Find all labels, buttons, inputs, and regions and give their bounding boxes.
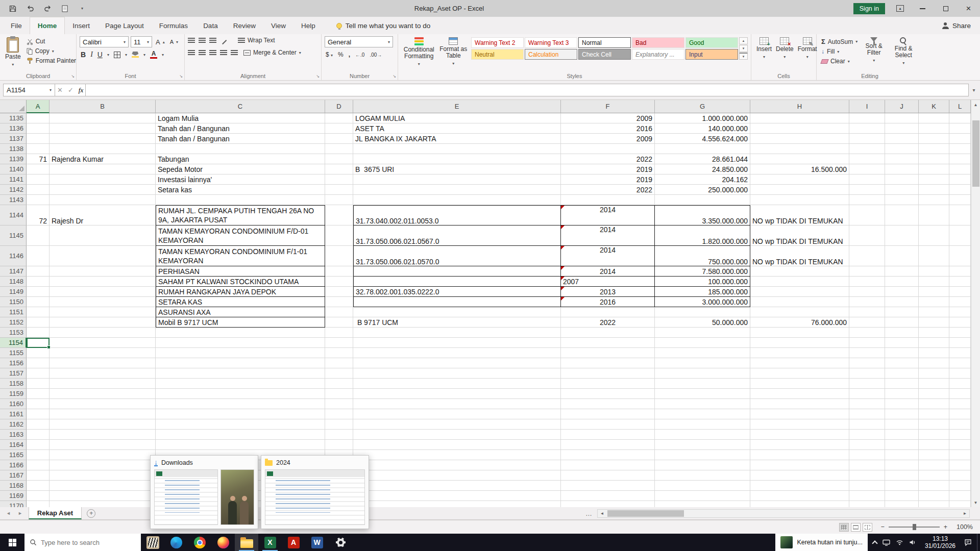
cell-J1136[interactable] [885,123,919,134]
cell-G1167[interactable] [655,470,750,481]
cell-D1143[interactable] [325,195,353,205]
cell-D1137[interactable] [325,134,353,144]
cell-L1164[interactable] [949,440,971,450]
cell-I1144[interactable] [849,205,885,226]
cell-K1137[interactable] [919,134,949,144]
row-header-1160[interactable]: 1160 [0,399,27,409]
cell-K1165[interactable] [919,450,949,460]
cell-J1153[interactable] [885,328,919,338]
cell-G1150[interactable]: 3.000.000.000 [655,297,750,307]
cell-C1164[interactable] [156,440,325,450]
row-header-1144[interactable]: 1144 [0,205,27,226]
bold-button[interactable]: B [81,51,86,59]
cell-I1148[interactable] [849,277,885,287]
name-box[interactable]: A1154▾ [3,84,55,96]
cell-E1165[interactable] [353,450,561,460]
cell-H1141[interactable] [750,174,849,185]
sort-filter-button[interactable]: Sort & Filter▾ [859,36,889,71]
format-painter-button[interactable]: Format Painter [25,57,78,65]
zoom-level[interactable]: 100% [951,523,973,531]
cell-G1136[interactable]: 140.000.000 [655,123,750,134]
row-header-1143[interactable]: 1143 [0,195,27,205]
column-header-F[interactable]: F [561,100,655,113]
cell-K1159[interactable] [919,389,949,399]
cell-D1163[interactable] [325,430,353,440]
network-icon[interactable] [896,539,903,545]
decrease-decimal-button[interactable]: .00→ [370,52,382,58]
cell-L1136[interactable] [949,123,971,134]
maximize-button[interactable] [934,0,957,17]
cell-E1150[interactable] [353,297,561,307]
cell-J1138[interactable] [885,144,919,154]
row-header-1168[interactable]: 1168 [0,481,27,491]
cell-F1160[interactable] [561,399,655,409]
cell-A1162[interactable] [27,419,50,430]
column-header-I[interactable]: I [849,100,885,113]
cell-I1143[interactable] [849,195,885,205]
row-header-1159[interactable]: 1159 [0,389,27,399]
column-header-K[interactable]: K [919,100,949,113]
cell-B1152[interactable] [50,317,156,328]
comma-style-button[interactable]: , [349,51,350,58]
cell-F1150[interactable]: 2016 [561,297,655,307]
cell-H1166[interactable] [750,460,849,470]
cell-G1156[interactable] [655,358,750,368]
cell-G1155[interactable] [655,348,750,358]
cell-G1157[interactable] [655,368,750,379]
ribbon-tab-home[interactable]: Home [30,17,65,34]
cell-I1155[interactable] [849,348,885,358]
speaker-icon[interactable] [909,539,916,545]
row-header-1153[interactable]: 1153 [0,328,27,338]
cell-B1150[interactable] [50,297,156,307]
insert-function-icon[interactable]: fx [79,86,83,94]
preview-card-downloads[interactable]: ↓ Downloads [150,455,258,529]
cell-I1157[interactable] [849,368,885,379]
cell-C1138[interactable] [156,144,325,154]
cell-L1137[interactable] [949,134,971,144]
cell-H1145[interactable]: NO wp TIDAK DI TEMUKAN [750,226,849,246]
cell-L1151[interactable] [949,307,971,317]
monitor-icon[interactable] [883,539,890,546]
cell-I1151[interactable] [849,307,885,317]
cell-E1166[interactable] [353,460,561,470]
cell-L1158[interactable] [949,379,971,389]
cut-button[interactable]: Cut [25,37,78,45]
cell-F1159[interactable] [561,389,655,399]
font-color-arrow[interactable]: ▾ [162,53,164,57]
cell-L1148[interactable] [949,277,971,287]
tray-expand-icon[interactable] [872,540,877,546]
cell-D1153[interactable] [325,328,353,338]
cell-E1169[interactable] [353,491,561,501]
cell-E1143[interactable] [353,195,561,205]
row-header-1142[interactable]: 1142 [0,185,27,195]
cell-I1147[interactable] [849,266,885,277]
cell-I1163[interactable] [849,430,885,440]
cell-B1139[interactable]: Rajendra Kumar [50,154,156,164]
row-header-1163[interactable]: 1163 [0,430,27,440]
cell-F1156[interactable] [561,358,655,368]
font-size-select[interactable]: 11▾ [131,36,152,47]
increase-font-button[interactable]: A▴ [154,38,166,46]
conditional-formatting-button[interactable]: Conditional Formatting▾ [401,36,436,71]
cell-G1147[interactable]: 7.580.000.000 [655,266,750,277]
cell-I1169[interactable] [849,491,885,501]
start-button[interactable] [0,534,24,551]
cell-B1151[interactable] [50,307,156,317]
cell-L1166[interactable] [949,460,971,470]
cell-E1163[interactable] [353,430,561,440]
page-break-view-button[interactable] [863,523,872,532]
cell-G1140[interactable]: 24.850.000 [655,164,750,174]
cell-B1161[interactable] [50,409,156,419]
cell-I1145[interactable] [849,226,885,246]
cell-J1135[interactable] [885,113,919,123]
cell-E1154[interactable] [353,338,561,348]
zoom-out-button[interactable]: − [880,523,884,531]
cell-style-normal[interactable]: Normal [578,37,631,48]
select-all-corner[interactable] [0,100,27,113]
cell-G1166[interactable] [655,460,750,470]
cell-B1165[interactable] [50,450,156,460]
cell-L1146[interactable] [949,246,971,266]
cell-G1152[interactable]: 50.000.000 [655,317,750,328]
cell-E1167[interactable] [353,470,561,481]
gallery-more-button[interactable]: ▾ [739,53,748,60]
